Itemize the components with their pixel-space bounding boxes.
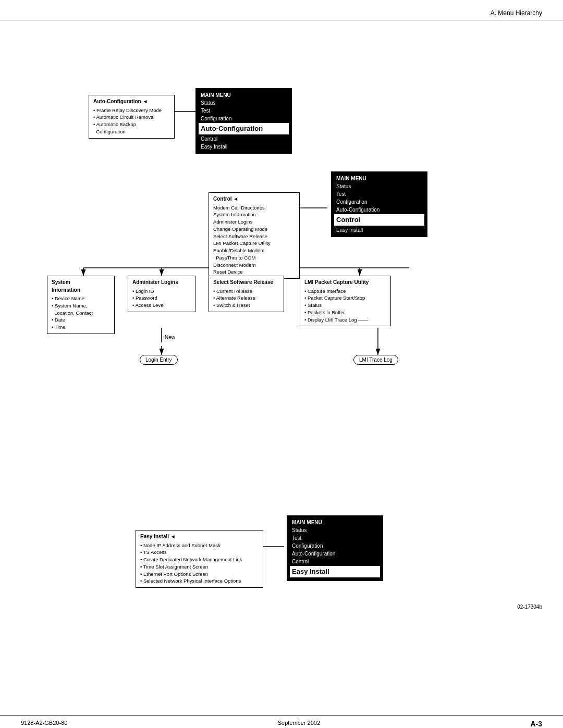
administer-logins-title: Administer Logins xyxy=(132,279,191,287)
easy-install-box: Easy Install ◄ • Node IP Address and Sub… xyxy=(136,530,263,588)
administer-logins-box: Administer Logins • Login ID • Password … xyxy=(128,276,195,312)
control-item1: Modem Call Directories xyxy=(213,204,295,212)
admin-item2: • Password xyxy=(132,294,191,302)
easy-item5: • Ethernet Port Options Screen xyxy=(140,571,259,578)
auto-config-item2: • Automatic Circuit Removal xyxy=(93,114,170,121)
menu2-sub-easyinstall: Easy Install xyxy=(336,226,422,234)
login-entry-oval[interactable]: Login Entry xyxy=(140,355,178,365)
menu2-selected: Control xyxy=(334,214,424,226)
software-item2: • Alternate Release xyxy=(213,294,279,302)
menu1-sub-easyinstall: Easy Install xyxy=(201,143,287,151)
menu2-item-config: Configuration xyxy=(336,198,422,206)
auto-config-item3: • Automatic Backup xyxy=(93,121,170,128)
lmi-item1: • Capture Interface xyxy=(304,288,386,295)
sys-item4: • Time xyxy=(52,324,110,331)
auto-config-title: Auto-Configuration ◄ xyxy=(93,98,170,106)
control-item6: LMI Packet Capture Utility xyxy=(213,240,295,247)
svg-text:New: New xyxy=(165,335,176,340)
easy-item3: • Create Dedicated Network Management Li… xyxy=(140,556,259,563)
sys-item1: • Device Name xyxy=(52,295,110,302)
footer-right: A-3 xyxy=(530,720,542,728)
main-menu-box-2: MAIN MENU Status Test Configuration Auto… xyxy=(331,171,427,237)
admin-item1: • Login ID xyxy=(132,288,191,295)
sys-item2: • System Name, Location, Contact xyxy=(52,302,110,317)
control-item10: Reset Device xyxy=(213,268,295,276)
menu1-sub-control: Control xyxy=(201,135,287,143)
lmi-item5: • Display LMI Trace Log —— xyxy=(304,316,386,324)
footer-left: 9128-A2-GB20-80 xyxy=(21,720,67,728)
sys-item3: • Date xyxy=(52,316,110,324)
control-item3: Administer Logins xyxy=(213,218,295,226)
control-item8: PassThru to COM xyxy=(213,254,295,262)
lmi-item4: • Packets in Buffer xyxy=(304,309,386,316)
header-title: A. Menu Hierarchy xyxy=(491,9,542,17)
lmi-trace-oval[interactable]: LMI Trace Log xyxy=(353,355,398,365)
easy-item2: • TS Access xyxy=(140,549,259,556)
menu1-selected: Auto-Configuration xyxy=(199,123,289,134)
easy-item6: • Selected Network Physical Interface Op… xyxy=(140,577,259,585)
lmi-item3: • Status xyxy=(304,302,386,309)
main-menu-box-3: MAIN MENU Status Test Configuration Auto… xyxy=(287,515,383,581)
page-header: A. Menu Hierarchy xyxy=(0,0,563,20)
control-item7: Enable/Disable Modem xyxy=(213,247,295,254)
figure-label-text: 02-17304b xyxy=(517,604,542,610)
auto-config-item1: • Frame Relay Discovery Mode xyxy=(93,107,170,114)
control-item9: Disconnect Modem xyxy=(213,262,295,269)
software-item3: • Switch & Reset xyxy=(213,302,279,309)
login-entry-label: Login Entry xyxy=(145,357,172,363)
control-box: Control ◄ Modem Call Directories System … xyxy=(209,192,300,279)
auto-config-box: Auto-Configuration ◄ • Frame Relay Disco… xyxy=(89,95,175,139)
control-title: Control ◄ xyxy=(213,195,295,203)
menu3-item-config: Configuration xyxy=(292,542,378,550)
easy-item4: • Time Slot Assignment Screen xyxy=(140,563,259,571)
software-item1: • Current Release xyxy=(213,288,279,295)
menu3-item-test: Test xyxy=(292,534,378,542)
lmi-item2: • Packet Capture Start/Stop xyxy=(304,294,386,302)
control-item5: Select Software Release xyxy=(213,233,295,240)
easy-item1: • Node IP Address and Subnet Mask xyxy=(140,542,259,549)
system-info-box: SystemInformation • Device Name • System… xyxy=(47,276,115,334)
page-footer: 9128-A2-GB20-80 September 2002 A-3 xyxy=(0,715,563,728)
select-software-title: Select Software Release xyxy=(213,279,279,287)
menu2-title: MAIN MENU xyxy=(336,175,422,182)
menu1-item-test: Test xyxy=(201,107,287,115)
menu3-item-autoconfig: Auto-Configuration xyxy=(292,550,378,558)
main-menu-box-1: MAIN MENU Status Test Configuration Auto… xyxy=(195,88,292,154)
select-software-box: Select Software Release • Current Releas… xyxy=(209,276,284,312)
menu3-item-status: Status xyxy=(292,526,378,534)
easy-install-title: Easy Install ◄ xyxy=(140,533,259,541)
footer-center: September 2002 xyxy=(278,720,320,728)
control-item4: Change Operating Mode xyxy=(213,226,295,233)
menu2-item-autoconfig: Auto-Configuration xyxy=(336,206,422,214)
menu1-item-status: Status xyxy=(201,99,287,107)
menu2-item-status: Status xyxy=(336,182,422,190)
lmi-packet-title: LMI Packet Capture Utility xyxy=(304,279,386,287)
menu2-item-test: Test xyxy=(336,190,422,198)
menu3-selected: Easy Install xyxy=(290,566,380,577)
auto-config-item4: Configuration xyxy=(93,128,170,135)
menu1-item-config: Configuration xyxy=(201,115,287,122)
menu3-item-control: Control xyxy=(292,558,378,565)
admin-item3: • Access Level xyxy=(132,302,191,309)
menu3-title: MAIN MENU xyxy=(292,519,378,526)
menu1-title: MAIN MENU xyxy=(201,91,287,99)
lmi-trace-label: LMI Trace Log xyxy=(359,357,393,363)
system-info-title: SystemInformation xyxy=(52,279,110,294)
lmi-packet-box: LMI Packet Capture Utility • Capture Int… xyxy=(300,276,391,326)
control-item2: System Information xyxy=(213,211,295,218)
figure-label: 02-17304b xyxy=(517,604,542,610)
